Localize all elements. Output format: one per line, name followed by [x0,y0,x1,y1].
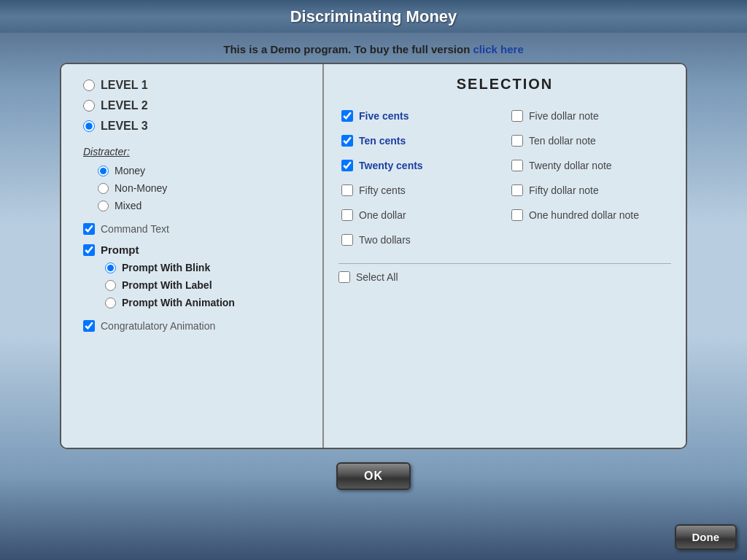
command-text-checkbox[interactable] [83,223,95,235]
command-text-row: Command Text [83,223,308,235]
command-text-label: Command Text [101,223,169,235]
distracter-nonmoney-radio[interactable] [98,183,109,194]
congrats-label: Congratulatory Animation [101,320,215,332]
ten-dollar-note-label: Ten dollar note [529,135,596,147]
distracter-mixed-radio[interactable] [98,201,109,211]
five-dollar-note-label: Five dollar note [529,110,599,122]
demo-notice: This is a Demo program. To buy the full … [60,33,687,63]
hundred-dollar-note-row: One hundred dollar note [508,205,671,225]
twenty-dollar-note-checkbox[interactable] [511,160,523,171]
twenty-dollar-note-row: Twenty dollar note [508,155,671,176]
fifty-dollar-note-row: Fifty dollar note [508,180,671,201]
prompt-animation-row: Prompt With Animation [105,297,308,308]
five-cents-checkbox[interactable] [341,110,353,122]
prompt-animation-label: Prompt With Animation [122,297,235,308]
distracter-mixed-row: Mixed [98,200,308,211]
prompt-label-label: Prompt With Label [122,279,212,291]
fifty-dollar-note-checkbox[interactable] [511,184,523,196]
hundred-dollar-note-checkbox[interactable] [511,209,523,221]
distracter-group: Money Non-Money Mixed [98,165,308,211]
level-3-row: LEVEL 3 [83,120,308,133]
level-1-label: LEVEL 1 [101,79,148,92]
select-all-checkbox[interactable] [338,271,350,283]
level-2-row: LEVEL 2 [83,99,308,112]
prompt-label-row: Prompt With Label [105,279,308,291]
selection-grid: Five cents Five dollar note Ten cents Te… [338,106,671,250]
buy-link[interactable]: click here [473,43,524,55]
col2-empty [508,230,671,250]
prompt-options: Prompt With Blink Prompt With Label Prom… [105,262,308,308]
level-1-row: LEVEL 1 [83,79,308,92]
prompt-label-radio[interactable] [105,280,116,291]
right-panel: SELECTION Five cents Five dollar note Te… [324,64,686,448]
twenty-cents-checkbox[interactable] [341,160,353,171]
ten-dollar-note-row: Ten dollar note [508,131,671,151]
level-3-label: LEVEL 3 [101,120,148,133]
ten-dollar-note-checkbox[interactable] [511,135,523,147]
ok-section: OK [60,462,687,490]
level-1-radio[interactable] [83,79,95,91]
prompt-header: Prompt [83,244,308,256]
twenty-dollar-note-label: Twenty dollar note [529,160,612,171]
two-dollars-row: Two dollars [338,230,501,250]
main-container: LEVEL 1 LEVEL 2 LEVEL 3 Distracter: Mone… [60,63,687,449]
fifty-cents-row: Fifty cents [338,180,501,201]
fifty-dollar-note-label: Fifty dollar note [529,184,599,196]
twenty-cents-row: Twenty cents [338,155,501,176]
congrats-row: Congratulatory Animation [83,320,308,332]
ten-cents-checkbox[interactable] [341,135,353,147]
level-2-radio[interactable] [83,100,95,112]
two-dollars-label: Two dollars [359,234,411,246]
prompt-label: Prompt [101,244,139,256]
prompt-blink-row: Prompt With Blink [105,262,308,273]
level-2-label: LEVEL 2 [101,99,148,112]
one-dollar-label: One dollar [359,209,406,221]
prompt-blink-label: Prompt With Blink [122,262,210,273]
five-cents-label: Five cents [359,110,409,122]
five-dollar-note-row: Five dollar note [508,106,671,126]
app-title: Discriminating Money [290,7,457,26]
ten-cents-row: Ten cents [338,131,501,151]
level-group: LEVEL 1 LEVEL 2 LEVEL 3 [83,79,308,133]
twenty-cents-label: Twenty cents [359,160,423,171]
done-button[interactable]: Done [675,524,738,550]
prompt-blink-radio[interactable] [105,262,116,273]
distracter-label: Distracter: [83,146,308,158]
one-dollar-row: One dollar [338,205,501,225]
level-3-radio[interactable] [83,120,95,132]
hundred-dollar-note-label: One hundred dollar note [529,209,639,221]
selection-title: SELECTION [338,76,671,93]
distracter-nonmoney-label: Non-Money [115,182,167,194]
fifty-cents-label: Fifty cents [359,184,406,196]
prompt-checkbox[interactable] [83,244,95,256]
distracter-money-radio[interactable] [98,166,109,176]
distracter-money-label: Money [115,165,145,176]
ten-cents-label: Ten cents [359,135,406,147]
left-panel: LEVEL 1 LEVEL 2 LEVEL 3 Distracter: Mone… [61,64,324,448]
select-all-label: Select All [356,271,398,283]
prompt-animation-radio[interactable] [105,298,116,308]
fifty-cents-checkbox[interactable] [341,184,353,196]
two-dollars-checkbox[interactable] [341,234,353,246]
select-all-row: Select All [338,263,671,283]
distracter-mixed-label: Mixed [115,200,142,211]
five-dollar-note-checkbox[interactable] [511,110,523,122]
prompt-section: Prompt Prompt With Blink Prompt With Lab… [83,244,308,308]
distracter-money-row: Money [98,165,308,176]
distracter-nonmoney-row: Non-Money [98,182,308,194]
five-cents-row: Five cents [338,106,501,126]
one-dollar-checkbox[interactable] [341,209,353,221]
title-bar: Discriminating Money [0,0,747,33]
ok-button[interactable]: OK [336,462,411,490]
congrats-checkbox[interactable] [83,320,95,332]
